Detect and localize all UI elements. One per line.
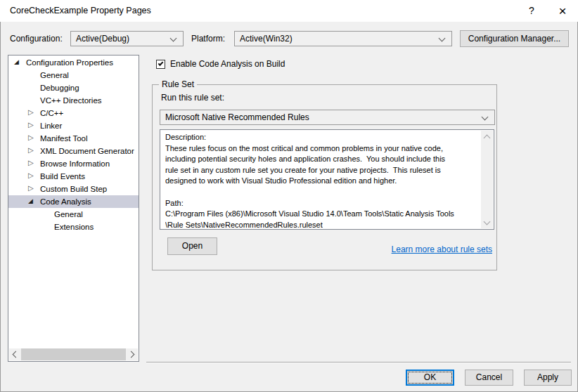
- chevron-down-icon: [439, 35, 446, 42]
- platform-label: Platform:: [191, 31, 225, 46]
- apply-button[interactable]: Apply: [524, 370, 572, 386]
- platform-select[interactable]: Active(Win32): [234, 31, 452, 46]
- tree-item-linker[interactable]: ▷Linker: [8, 119, 139, 132]
- tree-item-general[interactable]: General: [8, 69, 139, 81]
- cancel-button[interactable]: Cancel: [465, 370, 513, 386]
- configuration-select[interactable]: Active(Debug): [70, 31, 184, 46]
- scrollbar-thumb[interactable]: [21, 348, 126, 360]
- tree-item-label: General: [40, 69, 69, 81]
- configuration-selected-value: Active(Debug): [76, 32, 129, 46]
- tree-horizontal-scrollbar[interactable]: [9, 348, 138, 360]
- expand-arrow-icon[interactable]: ▷: [28, 182, 40, 195]
- tree-item-label: General: [54, 208, 83, 221]
- tree-item-manifest-tool[interactable]: ▷Manifest Tool: [8, 132, 139, 145]
- tree-item-label: Code Analysis: [40, 195, 91, 208]
- expand-arrow-icon[interactable]: ▷: [28, 169, 40, 182]
- tree-items: ◢Configuration PropertiesGeneralDebuggin…: [8, 56, 139, 348]
- rule-set-group-title: Rule Set: [159, 79, 197, 89]
- tree-item-label: C/C++: [40, 107, 63, 119]
- tree-item-label: Extensions: [54, 221, 94, 233]
- description-vertical-scrollbar[interactable]: [481, 131, 493, 228]
- expand-arrow-icon[interactable]: ▷: [28, 106, 40, 119]
- expand-arrow-icon[interactable]: ▷: [28, 144, 40, 157]
- tree-item-custom-build-step[interactable]: ▷Custom Build Step: [8, 183, 139, 195]
- configuration-label: Configuration:: [10, 31, 63, 46]
- tree-item-label: Linker: [40, 119, 62, 132]
- enable-code-analysis-row: Enable Code Analysis on Build: [156, 58, 285, 70]
- close-icon: ×: [558, 4, 566, 18]
- ok-button[interactable]: OK: [406, 370, 454, 386]
- rule-set-groupbox: Rule Set Run this rule set: Microsoft Na…: [152, 84, 497, 270]
- rule-set-description-text: Description: These rules focus on the mo…: [165, 132, 478, 228]
- tree-item-debugging[interactable]: Debugging: [8, 81, 139, 94]
- check-icon: [158, 60, 164, 66]
- help-icon: ?: [529, 5, 534, 16]
- configuration-manager-button[interactable]: Configuration Manager...: [460, 30, 569, 47]
- tree-item-label: XML Document Generator: [40, 145, 134, 157]
- collapse-arrow-icon[interactable]: ◢: [28, 195, 40, 207]
- expand-arrow-icon[interactable]: ▷: [28, 157, 40, 169]
- learn-more-link[interactable]: Learn more about rule sets: [392, 244, 492, 254]
- tree-item-label: Configuration Properties: [26, 56, 113, 69]
- rule-set-description-box: Description: These rules focus on the mo…: [160, 129, 494, 230]
- tree-item-label: Browse Information: [40, 157, 110, 170]
- chevron-down-icon: [482, 114, 489, 121]
- scroll-right-arrow-icon[interactable]: [126, 348, 138, 360]
- scroll-up-arrow-icon[interactable]: [481, 131, 493, 143]
- tree-item-label: Custom Build Step: [40, 183, 107, 195]
- tree-item-label: VC++ Directories: [40, 94, 102, 107]
- tree-item-label: Debugging: [40, 81, 79, 94]
- open-button[interactable]: Open: [167, 237, 217, 255]
- tree-item-general[interactable]: General: [8, 208, 139, 221]
- enable-code-analysis-checkbox[interactable]: [156, 60, 165, 69]
- chevron-down-icon: [170, 35, 177, 42]
- run-rule-set-label: Run this rule set:: [161, 93, 224, 103]
- expand-arrow-icon[interactable]: ▷: [28, 119, 40, 131]
- rule-set-selected-value: Microsoft Native Recommended Rules: [165, 110, 309, 124]
- tree-item-c-c[interactable]: ▷C/C++: [8, 107, 139, 119]
- footer-separator: [146, 362, 571, 363]
- tree-item-extensions[interactable]: Extensions: [8, 221, 139, 233]
- property-pages-dialog: CoreCheckExample Property Pages ? × Conf…: [0, 0, 578, 392]
- title-bar: CoreCheckExample Property Pages ? ×: [0, 0, 578, 22]
- tree-item-browse-information[interactable]: ▷Browse Information: [8, 157, 139, 170]
- tree-item-xml-document-generator[interactable]: ▷XML Document Generator: [8, 145, 139, 157]
- dialog-title: CoreCheckExample Property Pages: [10, 0, 151, 22]
- scroll-left-arrow-icon[interactable]: [9, 348, 21, 360]
- tree-item-label: Build Events: [40, 170, 85, 183]
- scroll-down-arrow-icon[interactable]: [481, 216, 493, 228]
- platform-selected-value: Active(Win32): [240, 32, 293, 46]
- property-tree-panel: ◢Configuration PropertiesGeneralDebuggin…: [8, 55, 139, 362]
- close-button[interactable]: ×: [550, 0, 575, 22]
- tree-item-code-analysis[interactable]: ◢Code Analysis: [8, 195, 139, 208]
- tree-item-label: Manifest Tool: [40, 132, 88, 145]
- tree-item-configuration-properties[interactable]: ◢Configuration Properties: [8, 56, 139, 69]
- enable-code-analysis-label: Enable Code Analysis on Build: [170, 59, 285, 69]
- tree-item-vc-directories[interactable]: VC++ Directories: [8, 94, 139, 107]
- help-button[interactable]: ?: [519, 0, 544, 22]
- rule-set-select[interactable]: Microsoft Native Recommended Rules: [160, 110, 495, 125]
- expand-arrow-icon[interactable]: ▷: [28, 131, 40, 144]
- tree-item-build-events[interactable]: ▷Build Events: [8, 170, 139, 183]
- collapse-arrow-icon[interactable]: ◢: [14, 56, 26, 68]
